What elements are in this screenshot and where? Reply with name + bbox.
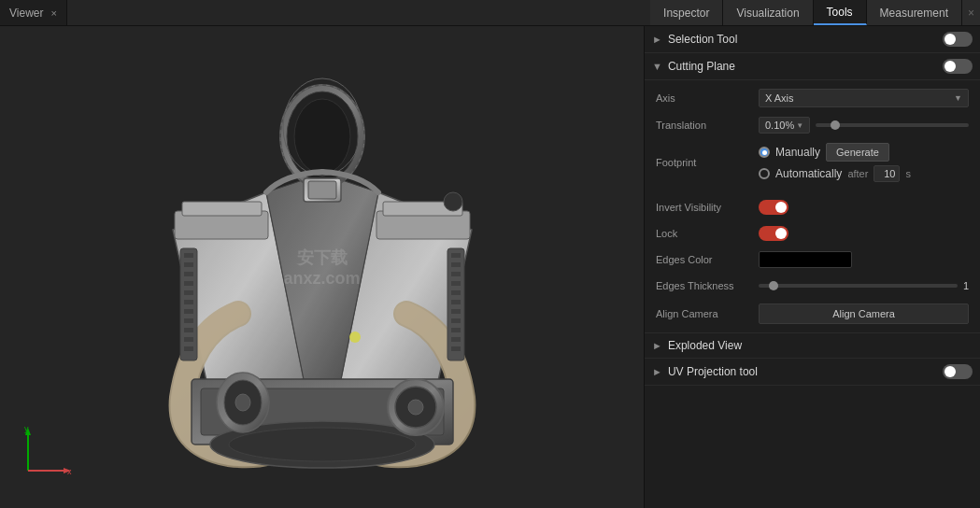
selection-tool-toggle[interactable] [943, 32, 973, 47]
svg-rect-35 [451, 290, 461, 295]
svg-rect-21 [184, 272, 193, 276]
tab-inspector[interactable]: Inspector [650, 0, 723, 25]
viewer-tab-label: Viewer [9, 7, 43, 20]
translation-arrow-icon: ▼ [796, 121, 803, 130]
edges-thickness-row: Edges Thickness 1 [645, 273, 980, 299]
uv-projection-chevron: ► [652, 366, 662, 377]
main-layout: 安下载anxz.com x y ► Selection Tool ▼ Cutti… [0, 26, 980, 508]
axis-selected-value: X Axis [765, 92, 794, 104]
svg-rect-4 [182, 202, 262, 216]
footprint-auto-group: Automatically after s [759, 165, 911, 182]
translation-label: Translation [656, 120, 759, 131]
lock-toggle[interactable] [759, 226, 788, 241]
footprint-after-label: after [847, 168, 868, 179]
footprint-manually-radio[interactable] [759, 147, 770, 158]
lock-label: Lock [656, 228, 759, 239]
translation-input[interactable]: 0.10% ▼ [759, 117, 810, 134]
footprint-auto-radio[interactable] [759, 168, 770, 179]
viewer-area[interactable]: 安下载anxz.com x y [0, 26, 644, 508]
axis-value: X Axis ▼ [759, 89, 969, 107]
align-camera-value: Align Camera [759, 303, 969, 324]
edges-thickness-slider[interactable] [759, 284, 958, 288]
tab-visualization[interactable]: Visualization [723, 0, 813, 25]
cutting-plane-chevron: ▼ [652, 61, 662, 72]
axis-label: Axis [656, 92, 759, 104]
axis-select[interactable]: X Axis ▼ [759, 89, 969, 107]
cutting-plane-toggle[interactable] [943, 59, 973, 74]
engine-svg [98, 43, 547, 491]
exploded-view-chevron: ► [652, 340, 662, 351]
footprint-auto-label: Automatically [775, 167, 842, 180]
align-camera-label: Align Camera [656, 308, 759, 319]
edges-color-value [759, 251, 969, 268]
footprint-after-input[interactable] [873, 165, 900, 182]
svg-text:y: y [24, 424, 29, 433]
uv-projection-title: UV Projection tool [668, 365, 943, 378]
svg-point-44 [408, 400, 423, 415]
svg-rect-34 [451, 281, 461, 286]
invert-visibility-row: Invert Visibility [645, 194, 980, 220]
svg-rect-24 [184, 300, 193, 304]
svg-rect-37 [451, 309, 461, 314]
right-panel: ► Selection Tool ▼ Cutting Plane Axis X … [644, 26, 980, 508]
svg-rect-25 [184, 309, 193, 314]
svg-rect-41 [451, 346, 461, 351]
tab-measurement[interactable]: Measurement [867, 0, 962, 25]
svg-rect-39 [451, 328, 461, 332]
svg-rect-31 [451, 253, 461, 258]
svg-point-50 [349, 332, 361, 343]
edges-thickness-value: 1 [759, 280, 969, 291]
close-panel-button[interactable]: × [962, 0, 980, 25]
footprint-manually-group: Manually Generate [759, 143, 889, 162]
align-camera-button[interactable]: Align Camera [759, 303, 969, 324]
cutting-plane-properties: Axis X Axis ▼ Translation 0.10% ▼ [645, 80, 980, 333]
edges-color-row: Edges Color [645, 247, 980, 273]
selection-tool-header[interactable]: ► Selection Tool [645, 26, 980, 53]
svg-rect-40 [451, 337, 461, 342]
edges-color-label: Edges Color [656, 254, 759, 265]
svg-point-47 [235, 394, 250, 411]
svg-rect-13 [308, 181, 336, 199]
svg-rect-26 [184, 318, 193, 323]
coordinate-axes: x y [19, 424, 75, 480]
translation-row: Translation 0.10% ▼ [645, 112, 980, 138]
translation-pct: 0.10% [765, 120, 794, 131]
footprint-label: Footprint [656, 157, 759, 168]
lock-row: Lock [645, 220, 980, 247]
axis-row: Axis X Axis ▼ [645, 84, 980, 112]
viewer-tab[interactable]: Viewer × [0, 0, 67, 25]
svg-rect-36 [451, 300, 461, 304]
selection-tool-chevron: ► [652, 34, 662, 45]
edges-thickness-label: Edges Thickness [656, 280, 759, 291]
invert-visibility-value [759, 200, 969, 215]
svg-point-17 [229, 428, 416, 461]
close-viewer-button[interactable]: × [50, 7, 56, 19]
translation-slider-thumb [831, 120, 840, 130]
uv-projection-header[interactable]: ► UV Projection tool [645, 359, 980, 386]
align-camera-row: Align Camera Align Camera [645, 299, 980, 329]
top-bar: Viewer × Inspector Visualization Tools M… [0, 0, 980, 26]
svg-rect-27 [184, 328, 193, 332]
exploded-view-title: Exploded View [668, 339, 973, 352]
translation-value: 0.10% ▼ [759, 117, 969, 134]
svg-point-9 [294, 99, 350, 174]
tab-tools[interactable]: Tools [814, 0, 867, 25]
translation-slider[interactable] [816, 123, 969, 127]
svg-rect-38 [451, 318, 461, 323]
svg-rect-32 [451, 262, 461, 267]
edges-color-swatch[interactable] [759, 251, 852, 268]
svg-rect-29 [184, 346, 193, 351]
cutting-plane-header[interactable]: ▼ Cutting Plane [645, 53, 980, 80]
invert-visibility-toggle[interactable] [759, 200, 788, 215]
footprint-row: Footprint Manually Generate Automaticall… [645, 138, 980, 187]
axis-chevron-icon: ▼ [954, 93, 962, 103]
generate-button[interactable]: Generate [826, 143, 889, 162]
uv-projection-toggle[interactable] [943, 364, 973, 379]
footprint-options: Manually Generate Automatically after s [759, 143, 969, 182]
svg-text:x: x [67, 467, 72, 476]
invert-visibility-label: Invert Visibility [656, 202, 759, 213]
engine-render: 安下载anxz.com [0, 26, 644, 508]
exploded-view-header[interactable]: ► Exploded View [645, 333, 980, 359]
svg-rect-33 [451, 272, 461, 276]
selection-tool-title: Selection Tool [668, 33, 943, 46]
